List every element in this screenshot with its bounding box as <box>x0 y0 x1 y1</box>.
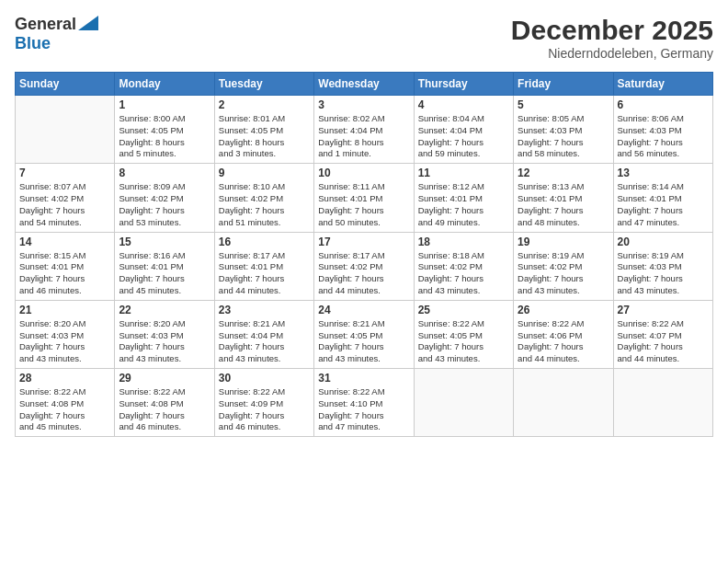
day-number: 11 <box>418 167 509 179</box>
day-info: Sunrise: 8:20 AM Sunset: 4:03 PM Dayligh… <box>19 318 110 365</box>
calendar-cell: 8Sunrise: 8:09 AM Sunset: 4:02 PM Daylig… <box>115 164 214 232</box>
calendar-cell: 14Sunrise: 8:15 AM Sunset: 4:01 PM Dayli… <box>16 232 115 300</box>
col-header-sunday: Sunday <box>16 73 115 96</box>
day-info: Sunrise: 8:20 AM Sunset: 4:03 PM Dayligh… <box>119 318 210 365</box>
day-info: Sunrise: 8:05 AM Sunset: 4:03 PM Dayligh… <box>518 113 609 160</box>
day-number: 25 <box>418 304 509 316</box>
day-info: Sunrise: 8:16 AM Sunset: 4:01 PM Dayligh… <box>119 250 210 297</box>
day-number: 15 <box>119 236 210 248</box>
day-number: 7 <box>19 167 110 179</box>
svg-marker-0 <box>78 16 98 30</box>
calendar-cell <box>613 369 712 437</box>
col-header-friday: Friday <box>514 73 613 96</box>
day-number: 28 <box>19 372 110 385</box>
calendar-cell: 11Sunrise: 8:12 AM Sunset: 4:01 PM Dayli… <box>414 164 513 232</box>
calendar-cell: 30Sunrise: 8:22 AM Sunset: 4:09 PM Dayli… <box>214 369 313 437</box>
day-info: Sunrise: 8:18 AM Sunset: 4:02 PM Dayligh… <box>418 250 509 297</box>
col-header-thursday: Thursday <box>414 73 513 96</box>
day-info: Sunrise: 8:13 AM Sunset: 4:01 PM Dayligh… <box>518 181 609 228</box>
calendar-cell: 24Sunrise: 8:21 AM Sunset: 4:05 PM Dayli… <box>314 300 414 368</box>
day-number: 16 <box>219 236 310 248</box>
calendar-cell: 17Sunrise: 8:17 AM Sunset: 4:02 PM Dayli… <box>314 232 414 300</box>
day-number: 22 <box>119 304 210 316</box>
day-info: Sunrise: 8:00 AM Sunset: 4:05 PM Dayligh… <box>119 113 210 160</box>
day-info: Sunrise: 8:01 AM Sunset: 4:05 PM Dayligh… <box>219 113 310 160</box>
day-info: Sunrise: 8:21 AM Sunset: 4:04 PM Dayligh… <box>219 318 310 365</box>
day-info: Sunrise: 8:22 AM Sunset: 4:08 PM Dayligh… <box>119 386 210 433</box>
title-area: December 2025 Niederndodeleben, Germany <box>511 15 713 61</box>
day-number: 26 <box>518 304 609 316</box>
day-number: 18 <box>418 236 509 248</box>
calendar-cell: 29Sunrise: 8:22 AM Sunset: 4:08 PM Dayli… <box>115 369 214 437</box>
calendar-cell: 6Sunrise: 8:06 AM Sunset: 4:03 PM Daylig… <box>613 96 712 164</box>
day-info: Sunrise: 8:22 AM Sunset: 4:09 PM Dayligh… <box>219 386 310 433</box>
calendar-week-row: 21Sunrise: 8:20 AM Sunset: 4:03 PM Dayli… <box>16 300 713 368</box>
calendar-cell: 12Sunrise: 8:13 AM Sunset: 4:01 PM Dayli… <box>514 164 613 232</box>
col-header-tuesday: Tuesday <box>214 73 313 96</box>
day-info: Sunrise: 8:19 AM Sunset: 4:03 PM Dayligh… <box>618 250 709 297</box>
day-number: 10 <box>318 167 409 179</box>
day-number: 2 <box>219 98 310 111</box>
col-header-monday: Monday <box>115 73 214 96</box>
calendar-cell: 3Sunrise: 8:02 AM Sunset: 4:04 PM Daylig… <box>314 96 414 164</box>
day-number: 5 <box>518 98 609 111</box>
day-info: Sunrise: 8:21 AM Sunset: 4:05 PM Dayligh… <box>318 318 409 365</box>
calendar-cell: 25Sunrise: 8:22 AM Sunset: 4:05 PM Dayli… <box>414 300 513 368</box>
day-info: Sunrise: 8:04 AM Sunset: 4:04 PM Dayligh… <box>418 113 509 160</box>
day-info: Sunrise: 8:17 AM Sunset: 4:01 PM Dayligh… <box>219 250 310 297</box>
day-number: 9 <box>219 167 310 179</box>
calendar-cell: 18Sunrise: 8:18 AM Sunset: 4:02 PM Dayli… <box>414 232 513 300</box>
calendar-cell: 7Sunrise: 8:07 AM Sunset: 4:02 PM Daylig… <box>16 164 115 232</box>
day-info: Sunrise: 8:09 AM Sunset: 4:02 PM Dayligh… <box>119 181 210 228</box>
day-number: 1 <box>119 98 210 111</box>
calendar-cell: 10Sunrise: 8:11 AM Sunset: 4:01 PM Dayli… <box>314 164 414 232</box>
day-info: Sunrise: 8:07 AM Sunset: 4:02 PM Dayligh… <box>19 181 110 228</box>
calendar-cell: 22Sunrise: 8:20 AM Sunset: 4:03 PM Dayli… <box>115 300 214 368</box>
calendar-cell: 20Sunrise: 8:19 AM Sunset: 4:03 PM Dayli… <box>613 232 712 300</box>
logo-icon <box>78 16 98 30</box>
calendar-cell: 9Sunrise: 8:10 AM Sunset: 4:02 PM Daylig… <box>214 164 313 232</box>
day-number: 20 <box>618 236 709 248</box>
day-info: Sunrise: 8:17 AM Sunset: 4:02 PM Dayligh… <box>318 250 409 297</box>
calendar-week-row: 1Sunrise: 8:00 AM Sunset: 4:05 PM Daylig… <box>16 96 713 164</box>
day-number: 19 <box>518 236 609 248</box>
calendar-header-row: SundayMondayTuesdayWednesdayThursdayFrid… <box>16 73 713 96</box>
calendar-cell: 16Sunrise: 8:17 AM Sunset: 4:01 PM Dayli… <box>214 232 313 300</box>
page-header: General Blue December 2025 Niederndodele… <box>15 15 713 61</box>
calendar-cell: 27Sunrise: 8:22 AM Sunset: 4:07 PM Dayli… <box>613 300 712 368</box>
day-number: 31 <box>318 372 409 385</box>
day-number: 30 <box>219 372 310 385</box>
day-number: 24 <box>318 304 409 316</box>
calendar-week-row: 14Sunrise: 8:15 AM Sunset: 4:01 PM Dayli… <box>16 232 713 300</box>
calendar-week-row: 7Sunrise: 8:07 AM Sunset: 4:02 PM Daylig… <box>16 164 713 232</box>
day-info: Sunrise: 8:22 AM Sunset: 4:05 PM Dayligh… <box>418 318 509 365</box>
day-info: Sunrise: 8:02 AM Sunset: 4:04 PM Dayligh… <box>318 113 409 160</box>
col-header-wednesday: Wednesday <box>314 73 414 96</box>
location-subtitle: Niederndodeleben, Germany <box>511 46 713 61</box>
calendar-cell: 28Sunrise: 8:22 AM Sunset: 4:08 PM Dayli… <box>16 369 115 437</box>
day-info: Sunrise: 8:11 AM Sunset: 4:01 PM Dayligh… <box>318 181 409 228</box>
day-number: 3 <box>318 98 409 111</box>
day-info: Sunrise: 8:19 AM Sunset: 4:02 PM Dayligh… <box>518 250 609 297</box>
calendar-cell <box>16 96 115 164</box>
calendar-cell: 23Sunrise: 8:21 AM Sunset: 4:04 PM Dayli… <box>214 300 313 368</box>
day-info: Sunrise: 8:22 AM Sunset: 4:06 PM Dayligh… <box>518 318 609 365</box>
calendar-cell <box>414 369 513 437</box>
calendar-cell: 21Sunrise: 8:20 AM Sunset: 4:03 PM Dayli… <box>16 300 115 368</box>
day-info: Sunrise: 8:22 AM Sunset: 4:10 PM Dayligh… <box>318 386 409 433</box>
calendar-table: SundayMondayTuesdayWednesdayThursdayFrid… <box>15 72 713 437</box>
day-number: 12 <box>518 167 609 179</box>
logo-general-text: General <box>15 15 76 34</box>
calendar-cell: 15Sunrise: 8:16 AM Sunset: 4:01 PM Dayli… <box>115 232 214 300</box>
calendar-cell: 2Sunrise: 8:01 AM Sunset: 4:05 PM Daylig… <box>214 96 313 164</box>
day-number: 27 <box>618 304 709 316</box>
calendar-cell <box>514 369 613 437</box>
day-number: 8 <box>119 167 210 179</box>
day-number: 17 <box>318 236 409 248</box>
calendar-cell: 31Sunrise: 8:22 AM Sunset: 4:10 PM Dayli… <box>314 369 414 437</box>
calendar-cell: 26Sunrise: 8:22 AM Sunset: 4:06 PM Dayli… <box>514 300 613 368</box>
day-info: Sunrise: 8:06 AM Sunset: 4:03 PM Dayligh… <box>618 113 709 160</box>
day-number: 21 <box>19 304 110 316</box>
logo-blue-text: Blue <box>15 34 51 52</box>
calendar-cell: 4Sunrise: 8:04 AM Sunset: 4:04 PM Daylig… <box>414 96 513 164</box>
